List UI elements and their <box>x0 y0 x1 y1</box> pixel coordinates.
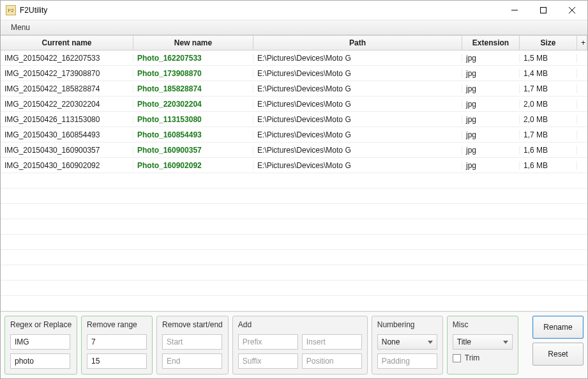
cell-current-name: IMG_20150422_185828874 <box>1 84 133 93</box>
cell-size: 1,6 MB <box>520 161 577 170</box>
cell-new-name: Photo_160854493 <box>133 130 253 139</box>
cell-extension: jpg <box>462 161 520 170</box>
chevron-down-icon <box>503 341 508 344</box>
numbering-mode-select[interactable]: None <box>377 334 437 350</box>
col-add[interactable]: + <box>577 36 587 50</box>
col-current-name[interactable]: Current name <box>1 36 133 50</box>
cell-current-name: IMG_20150430_160902092 <box>1 161 133 170</box>
col-extension[interactable]: Extension <box>462 36 520 50</box>
panel-title: Misc <box>453 320 513 329</box>
add-prefix-input[interactable] <box>238 334 298 350</box>
range-to-input[interactable] <box>87 353 147 369</box>
cell-path: E:\Pictures\Devices\Moto G <box>253 54 462 63</box>
reset-button[interactable]: Reset <box>532 343 584 366</box>
cell-current-name: IMG_20150422_220302204 <box>1 100 133 109</box>
misc-case-select[interactable]: Title <box>453 334 513 350</box>
cell-new-name: Photo_160900357 <box>133 146 253 155</box>
table-row[interactable] <box>1 281 587 296</box>
cell-extension: jpg <box>462 100 520 109</box>
cell-size: 1,7 MB <box>520 130 577 139</box>
file-table: Current name New name Path Extension Siz… <box>1 35 587 311</box>
range-from-input[interactable] <box>87 334 147 350</box>
minimize-button[interactable] <box>500 1 529 19</box>
cell-path: E:\Pictures\Devices\Moto G <box>253 115 462 124</box>
table-row[interactable] <box>1 250 587 265</box>
cell-path: E:\Pictures\Devices\Moto G <box>253 84 462 93</box>
cell-path: E:\Pictures\Devices\Moto G <box>253 69 462 78</box>
panel-remove-startend: Remove start/end <box>156 316 229 375</box>
cell-path: E:\Pictures\Devices\Moto G <box>253 100 462 109</box>
cell-path: E:\Pictures\Devices\Moto G <box>253 130 462 139</box>
panel-title: Remove start/end <box>162 320 223 329</box>
select-value: None <box>382 337 400 346</box>
panel-title: Numbering <box>377 320 437 329</box>
cell-new-name: Photo_173908870 <box>133 69 253 78</box>
table-row[interactable]: IMG_20150430_160900357Photo_160900357E:\… <box>1 143 587 158</box>
cell-current-name: IMG_20150426_113153080 <box>1 115 133 124</box>
misc-trim-checkbox[interactable]: Trim <box>453 353 513 362</box>
cell-size: 1,7 MB <box>520 84 577 93</box>
table-row[interactable]: IMG_20150430_160854493Photo_160854493E:\… <box>1 127 587 143</box>
cell-current-name: IMG_20150422_162207533 <box>1 54 133 63</box>
remove-end-input[interactable] <box>162 353 222 369</box>
regex-find-input[interactable] <box>10 334 70 350</box>
cell-new-name: Photo_160902092 <box>133 161 253 170</box>
add-insert-input[interactable] <box>302 334 362 350</box>
close-button[interactable] <box>557 1 586 19</box>
table-row[interactable] <box>1 296 587 311</box>
table-row[interactable]: IMG_20150422_185828874Photo_185828874E:\… <box>1 81 587 97</box>
panel-numbering: Numbering None <box>372 316 443 375</box>
bottom-toolbar: Regex or Replace Remove range Remove sta… <box>1 311 587 378</box>
table-row[interactable] <box>1 204 587 219</box>
table-row[interactable] <box>1 235 587 250</box>
cell-size: 2,0 MB <box>520 100 577 109</box>
menu-item-menu[interactable]: Menu <box>4 21 36 34</box>
cell-extension: jpg <box>462 54 520 63</box>
col-size[interactable]: Size <box>520 36 577 50</box>
panel-title: Add <box>238 320 362 329</box>
table-body[interactable]: IMG_20150422_162207533Photo_162207533E:\… <box>1 50 587 311</box>
panel-misc: Misc Title Trim <box>447 316 518 375</box>
cell-size: 1,6 MB <box>520 146 577 155</box>
maximize-button[interactable] <box>529 1 557 19</box>
table-row[interactable]: IMG_20150422_162207533Photo_162207533E:\… <box>1 50 587 66</box>
col-path[interactable]: Path <box>253 36 462 50</box>
numbering-padding-input[interactable] <box>377 353 437 369</box>
regex-replace-input[interactable] <box>10 353 70 369</box>
table-row[interactable] <box>1 265 587 281</box>
panel-add: Add <box>232 316 368 375</box>
col-new-name[interactable]: New name <box>133 36 253 50</box>
rename-button[interactable]: Rename <box>532 316 584 339</box>
cell-extension: jpg <box>462 115 520 124</box>
cell-new-name: Photo_113153080 <box>133 115 253 124</box>
cell-size: 1,4 MB <box>520 69 577 78</box>
table-row[interactable] <box>1 219 587 235</box>
cell-extension: jpg <box>462 130 520 139</box>
cell-size: 1,5 MB <box>520 54 577 63</box>
cell-current-name: IMG_20150422_173908870 <box>1 69 133 78</box>
table-row[interactable] <box>1 173 587 189</box>
checkbox-label: Trim <box>465 353 480 362</box>
app-icon: F2 <box>6 5 16 15</box>
svg-rect-1 <box>540 8 546 13</box>
checkbox-icon <box>453 354 461 362</box>
cell-extension: jpg <box>462 84 520 93</box>
action-buttons: Rename Reset <box>532 316 584 375</box>
table-row[interactable]: IMG_20150430_160902092Photo_160902092E:\… <box>1 158 587 173</box>
cell-new-name: Photo_185828874 <box>133 84 253 93</box>
panel-regex: Regex or Replace <box>4 316 77 375</box>
table-row[interactable]: IMG_20150422_173908870Photo_173908870E:\… <box>1 66 587 81</box>
table-row[interactable] <box>1 189 587 204</box>
cell-new-name: Photo_162207533 <box>133 54 253 63</box>
window-title: F2Utility <box>20 6 500 15</box>
cell-path: E:\Pictures\Devices\Moto G <box>253 146 462 155</box>
table-row[interactable]: IMG_20150422_220302204Photo_220302204E:\… <box>1 97 587 112</box>
add-position-input[interactable] <box>302 353 362 369</box>
table-row[interactable]: IMG_20150426_113153080Photo_113153080E:\… <box>1 112 587 127</box>
remove-start-input[interactable] <box>162 334 222 350</box>
cell-current-name: IMG_20150430_160854493 <box>1 130 133 139</box>
select-value: Title <box>457 337 471 346</box>
add-suffix-input[interactable] <box>238 353 298 369</box>
cell-current-name: IMG_20150430_160900357 <box>1 146 133 155</box>
panel-remove-range: Remove range <box>81 316 153 375</box>
